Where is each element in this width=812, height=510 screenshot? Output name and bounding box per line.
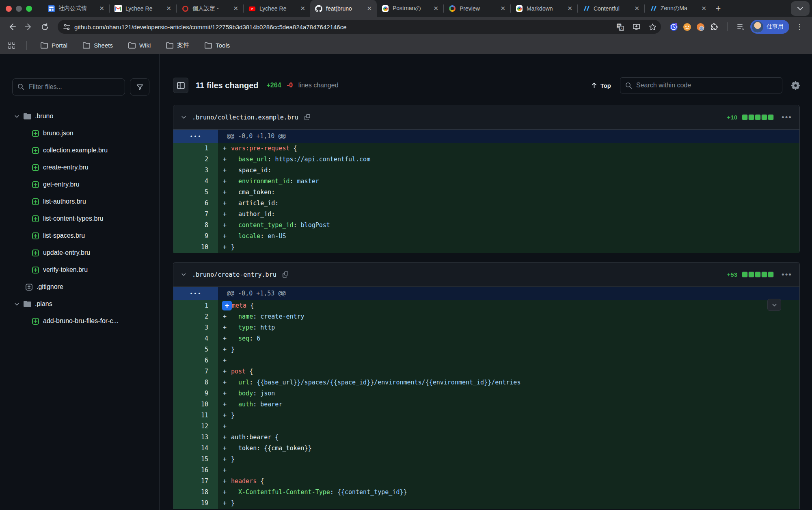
tree-item-update-entry.bru[interactable]: update-entry.bru: [12, 244, 149, 261]
diff-line-4[interactable]: 4 + environment_id: master: [173, 176, 799, 187]
tab-close-icon[interactable]: ✕: [566, 5, 573, 12]
browser-menu-icon[interactable]: ⋮: [793, 22, 806, 31]
tree-item-verify-token.bru[interactable]: verify-token.bru: [12, 261, 149, 278]
diff-line-14[interactable]: 14 + token: {{cma_token}}: [173, 443, 799, 454]
diff-line-5[interactable]: 5 +}: [173, 344, 799, 355]
browser-tab-9[interactable]: Contentful ✕: [578, 0, 644, 17]
tab-close-icon[interactable]: ✕: [366, 5, 373, 12]
diff-line-7[interactable]: 7 + author_id:: [173, 209, 799, 220]
tree-item-add-bruno-bru-files-for-c...[interactable]: add-bruno-bru-files-for-c...: [12, 313, 149, 330]
diff-settings-gear-icon[interactable]: [791, 81, 800, 90]
diff-options-kebab-icon[interactable]: •••: [782, 270, 792, 279]
translate-icon[interactable]: 文A: [614, 21, 626, 33]
diff-line-3[interactable]: 3 + type: http: [173, 322, 799, 333]
minimize-window-button[interactable]: [16, 6, 22, 12]
bookmark-folder-Sheets[interactable]: Sheets: [78, 42, 118, 49]
diff-line-9[interactable]: 9 + body: json: [173, 388, 799, 399]
extensions-puzzle-icon[interactable]: [710, 23, 718, 31]
collapse-sidebar-button[interactable]: [173, 78, 188, 93]
bookmark-folder-Portal[interactable]: Portal: [36, 42, 72, 49]
address-bar[interactable]: github.com/oharu121/developersio-article…: [58, 20, 661, 34]
tab-close-icon[interactable]: ✕: [299, 5, 306, 12]
diff-line-3[interactable]: 3 + space_id:: [173, 165, 799, 176]
tree-item-list-spaces.bru[interactable]: list-spaces.bru: [12, 227, 149, 244]
browser-tab-4[interactable]: Lychee Re ✕: [244, 0, 310, 17]
chevron-down-icon[interactable]: [14, 301, 20, 307]
diff-line-2[interactable]: 2 + base_url: https://api.contentful.com: [173, 154, 799, 165]
zoom-window-button[interactable]: [26, 6, 32, 12]
tree-item-.bruno[interactable]: .bruno: [12, 108, 149, 125]
diff-line-8[interactable]: 8 + content_type_id: blogPost: [173, 220, 799, 231]
expand-diff-button[interactable]: [767, 299, 781, 311]
diff-line-12[interactable]: 12 +: [173, 421, 799, 432]
diff-line-5[interactable]: 5 + cma_token:: [173, 187, 799, 198]
new-tab-button[interactable]: +: [711, 2, 725, 15]
diff-line-9[interactable]: 9 + locale: en-US: [173, 231, 799, 242]
tree-item-.plans[interactable]: .plans: [12, 295, 149, 313]
tree-item-list-content-types.bru[interactable]: list-content-types.bru: [12, 210, 149, 227]
search-within-code-input[interactable]: Search within code: [620, 77, 782, 93]
browser-tab-1[interactable]: 社内公式情 ✕: [43, 0, 109, 17]
browser-tab-7[interactable]: Preview ✕: [444, 0, 510, 17]
diff-line-10[interactable]: 10 + auth: bearer: [173, 399, 799, 410]
close-window-button[interactable]: [6, 6, 12, 12]
collapse-diff-chevron-icon[interactable]: [181, 114, 187, 120]
mascot-extension-icon[interactable]: [683, 23, 691, 31]
file-filter-button[interactable]: [130, 78, 149, 95]
browser-tab-8[interactable]: Markdown ✕: [511, 0, 577, 17]
diff-filename[interactable]: .bruno/collection.example.bru: [192, 114, 298, 121]
back-button[interactable]: [6, 20, 19, 33]
browser-tab-2[interactable]: Lychee Re ✕: [110, 0, 176, 17]
tab-close-icon[interactable]: ✕: [98, 5, 105, 12]
diff-line-4[interactable]: 4 + seq: 6: [173, 333, 799, 344]
diff-line-15[interactable]: 15 +}: [173, 454, 799, 465]
bookmark-folder-案件[interactable]: 案件: [161, 41, 194, 49]
diff-line-6[interactable]: 6 +: [173, 355, 799, 366]
collapse-diff-chevron-icon[interactable]: [181, 271, 187, 278]
copy-path-icon[interactable]: [283, 271, 289, 278]
diff-line-8[interactable]: 8 + url: {{base_url}}/spaces/{{space_id}…: [173, 377, 799, 388]
timer-extension-icon[interactable]: [670, 23, 678, 31]
diff-line-10[interactable]: 10 +}: [173, 242, 799, 253]
tab-close-icon[interactable]: ✕: [232, 5, 239, 12]
diff-line-11[interactable]: 11 +}: [173, 410, 799, 421]
hunk-gutter-dots[interactable]: •••: [173, 287, 218, 300]
filter-files-input[interactable]: [12, 78, 125, 95]
diff-line-2[interactable]: 2 + name: create-entry: [173, 311, 799, 322]
apps-grid-icon[interactable]: [8, 42, 15, 49]
url-text[interactable]: github.com/oharu121/developersio-article…: [74, 24, 610, 30]
bookmark-folder-Tools[interactable]: Tools: [200, 42, 235, 49]
tab-close-icon[interactable]: ✕: [700, 5, 707, 12]
tab-close-icon[interactable]: ✕: [432, 5, 439, 12]
chevron-down-icon[interactable]: [14, 113, 20, 119]
profile-chip[interactable]: 仕事用: [750, 20, 789, 34]
tree-item-get-entry.bru[interactable]: get-entry.bru: [12, 176, 149, 193]
diff-line-7[interactable]: 7 +post {: [173, 366, 799, 377]
install-app-icon[interactable]: [630, 21, 642, 33]
tab-groups-icon[interactable]: [734, 20, 747, 33]
globe-extension-icon[interactable]: [697, 23, 704, 31]
diff-line-16[interactable]: 16 +: [173, 465, 799, 476]
tree-item-list-authors.bru[interactable]: list-authors.bru: [12, 193, 149, 210]
browser-tab-5[interactable]: feat(bruno ✕: [310, 0, 377, 17]
diff-filename[interactable]: .bruno/create-entry.bru: [192, 271, 276, 278]
tab-close-icon[interactable]: ✕: [633, 5, 640, 12]
bookmark-folder-Wiki[interactable]: Wiki: [123, 42, 155, 49]
diff-options-kebab-icon[interactable]: •••: [782, 113, 792, 122]
diff-line-1[interactable]: 1 +vars:pre-request {: [173, 143, 799, 154]
bookmark-star-icon[interactable]: [646, 21, 659, 33]
browser-tab-3[interactable]: 個人設定 - ✕: [177, 0, 243, 17]
tree-item-bruno.json[interactable]: bruno.json: [12, 125, 149, 142]
tree-item-create-entry.bru[interactable]: create-entry.bru: [12, 159, 149, 176]
copy-path-icon[interactable]: [304, 114, 311, 121]
site-info-icon[interactable]: [63, 24, 70, 30]
diff-line-18[interactable]: 18 + X-Contentful-Content-Type: {{conten…: [173, 487, 799, 498]
tab-close-icon[interactable]: ✕: [499, 5, 506, 12]
browser-tab-6[interactable]: Postmanの ✕: [377, 0, 443, 17]
diff-line-17[interactable]: 17 +headers {: [173, 476, 799, 487]
forward-button[interactable]: [22, 20, 35, 33]
diff-line-1[interactable]: 1 +meta {: [173, 300, 799, 311]
scroll-to-top-button[interactable]: Top: [591, 82, 611, 89]
tab-search-button[interactable]: [791, 1, 810, 16]
browser-tab-10[interactable]: ZennのMa ✕: [645, 0, 711, 17]
